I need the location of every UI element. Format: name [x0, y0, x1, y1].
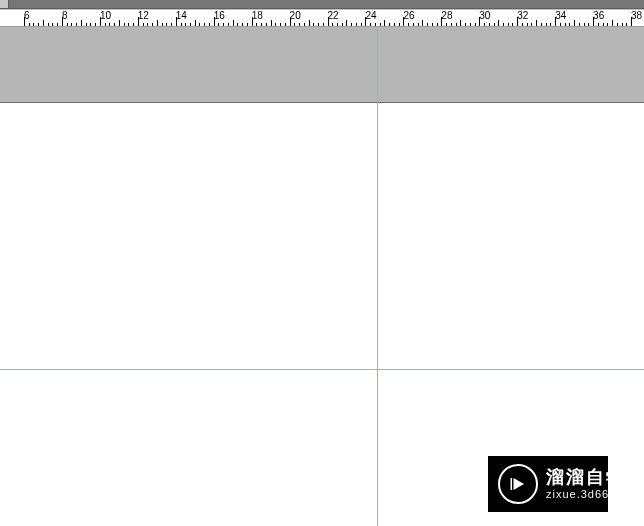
ruler-tick-half	[309, 20, 310, 26]
ruler-tick-minor	[299, 23, 300, 26]
ruler-tick-minor	[266, 23, 267, 26]
ruler-tick-minor	[394, 23, 395, 26]
ruler-tick-minor	[280, 23, 281, 26]
ruler-tick-minor	[579, 23, 580, 26]
ruler-tick-half	[195, 20, 196, 26]
ruler-tick-minor	[370, 23, 371, 26]
ruler-tick-minor	[86, 23, 87, 26]
ruler-tick-minor	[607, 23, 608, 26]
ruler-tick-minor	[261, 23, 262, 26]
ruler-tick-minor	[285, 23, 286, 26]
ruler-label: 14	[176, 11, 187, 21]
ruler-label: 12	[138, 11, 149, 21]
watermark-url: zixue.3d66.com	[546, 488, 637, 500]
ruler-label: 22	[328, 11, 339, 21]
ruler-label: 36	[593, 11, 604, 21]
ruler-tick-minor	[256, 23, 257, 26]
ruler-tick-minor	[588, 23, 589, 26]
ruler-tick-minor	[166, 23, 167, 26]
ruler-tick-minor	[29, 23, 30, 26]
ruler-tick-half	[460, 20, 461, 26]
ruler-tick-minor	[109, 23, 110, 26]
ruler-tick-minor	[223, 23, 224, 26]
ruler-tick-minor	[503, 23, 504, 26]
ruler-tick-minor	[584, 23, 585, 26]
ruler-label: 34	[555, 11, 566, 21]
ruler-label: 38	[631, 11, 642, 21]
ruler-tick-minor	[389, 23, 390, 26]
ruler-label: 8	[62, 11, 68, 21]
ruler-tick-minor	[361, 23, 362, 26]
ruler-tick-half	[119, 20, 120, 26]
ruler-tick-minor	[560, 23, 561, 26]
ruler-tick-minor	[446, 23, 447, 26]
ruler-tick-minor	[489, 23, 490, 26]
ruler-tick-minor	[569, 23, 570, 26]
ruler-label: 26	[403, 11, 414, 21]
ruler-tick-minor	[437, 23, 438, 26]
ruler-tick-minor	[133, 23, 134, 26]
ruler-tick-half	[271, 20, 272, 26]
ruler-tick-minor	[147, 23, 148, 26]
ruler-tick-minor	[427, 23, 428, 26]
tab-indicator[interactable]	[0, 0, 9, 8]
ruler-tick-minor	[105, 23, 106, 26]
ruler-tick-half	[574, 20, 575, 26]
ruler-tick-half	[536, 20, 537, 26]
ruler-tick-minor	[71, 23, 72, 26]
ruler-tick-minor	[242, 23, 243, 26]
ruler-tick-minor	[171, 23, 172, 26]
ruler-tick-minor	[418, 23, 419, 26]
ruler-tick-half	[498, 20, 499, 26]
ruler-tick-minor	[603, 23, 604, 26]
ruler-tick-half	[233, 20, 234, 26]
ruler-tick-minor	[626, 23, 627, 26]
ruler-tick-minor	[114, 23, 115, 26]
ruler-tick-minor	[522, 23, 523, 26]
ruler-tick-minor	[304, 23, 305, 26]
ruler-tick-minor	[228, 23, 229, 26]
editor-viewport: 68101214161820222426283032343638 溜溜自学 zi…	[0, 0, 644, 526]
ruler-tick-minor	[143, 23, 144, 26]
ruler-tick-half	[81, 20, 82, 26]
watermark-title: 溜溜自学	[546, 468, 637, 488]
ruler-label: 32	[517, 11, 528, 21]
ruler-tick-minor	[380, 23, 381, 26]
ruler-tick-minor	[185, 23, 186, 26]
ruler-tick-minor	[294, 23, 295, 26]
ruler-tick-minor	[337, 23, 338, 26]
ruler-tick-minor	[57, 23, 58, 26]
ruler-tick-minor	[494, 23, 495, 26]
ruler-tick-minor	[375, 23, 376, 26]
ruler-tick-minor	[48, 23, 49, 26]
ruler-tick-minor	[356, 23, 357, 26]
ruler-tick-minor	[470, 23, 471, 26]
ruler-tick-minor	[218, 23, 219, 26]
ruler-tick-minor	[199, 23, 200, 26]
ruler-tick-minor	[95, 23, 96, 26]
watermark-text: 溜溜自学 zixue.3d66.com	[546, 468, 637, 500]
ruler-tick-minor	[90, 23, 91, 26]
ruler-tick-minor	[413, 23, 414, 26]
ruler-tick-minor	[38, 23, 39, 26]
ruler-tick-half	[346, 20, 347, 26]
watermark-logo	[498, 464, 538, 504]
svg-rect-1	[511, 478, 513, 490]
toolbar-strip	[0, 0, 644, 9]
ruler-tick-minor	[432, 23, 433, 26]
ruler-tick-minor	[546, 23, 547, 26]
ruler-tick-minor	[128, 23, 129, 26]
ruler-tick-minor	[484, 23, 485, 26]
svg-marker-0	[514, 478, 525, 490]
ruler-tick-minor	[342, 23, 343, 26]
ruler-tick-minor	[275, 23, 276, 26]
ruler-tick-minor	[550, 23, 551, 26]
ruler-tick-half	[612, 20, 613, 26]
ruler-tick-minor	[465, 23, 466, 26]
horizontal-ruler[interactable]: 68101214161820222426283032343638	[0, 9, 644, 27]
ruler-tick-minor	[456, 23, 457, 26]
ruler-tick-minor	[124, 23, 125, 26]
ruler-tick-minor	[181, 23, 182, 26]
ruler-tick-minor	[408, 23, 409, 26]
ruler-tick-half	[157, 20, 158, 26]
